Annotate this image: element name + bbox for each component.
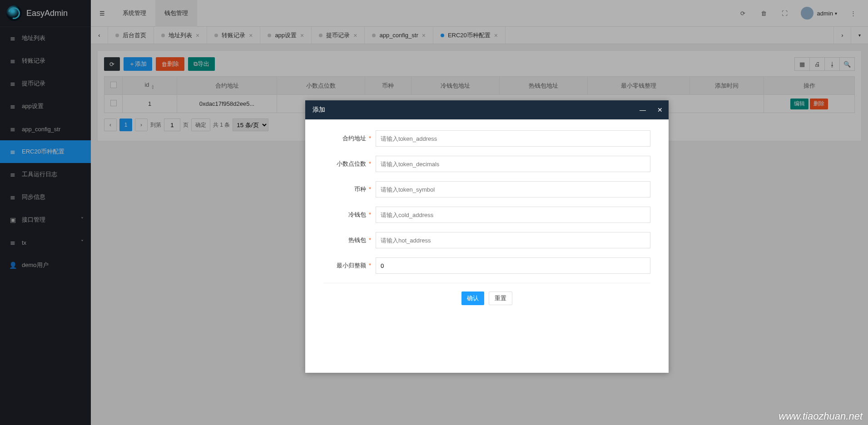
modal-header: 添加 — ✕ [305, 100, 669, 119]
minimize-icon[interactable]: — [634, 100, 651, 119]
field-label: 热钱包 * [305, 236, 376, 244]
field-label: 冷钱包 * [305, 211, 376, 219]
field-input-0[interactable] [376, 130, 650, 147]
field-label: 小数点位数 * [305, 160, 376, 168]
form-row-3: 冷钱包 * [305, 207, 650, 223]
form-row-2: 币种 * [305, 181, 650, 198]
form-row-0: 合约地址 * [305, 130, 650, 147]
watermark: www.tiaozhuan.net [779, 410, 863, 422]
form-row-5: 最小归整额 * [305, 257, 650, 274]
add-modal: 添加 — ✕ 合约地址 *小数点位数 *币种 *冷钱包 *热钱包 *最小归整额 … [305, 100, 669, 373]
field-label: 合约地址 * [305, 134, 376, 143]
modal-reset-button[interactable]: 重置 [489, 292, 512, 305]
modal-confirm-button[interactable]: 确认 [461, 292, 484, 305]
form-row-1: 小数点位数 * [305, 156, 650, 172]
field-label: 币种 * [305, 185, 376, 193]
field-input-2[interactable] [376, 181, 650, 198]
field-input-3[interactable] [376, 207, 650, 223]
field-input-5[interactable] [376, 257, 650, 274]
field-input-4[interactable] [376, 232, 650, 248]
modal-title: 添加 [312, 106, 634, 114]
field-label: 最小归整额 * [305, 262, 376, 270]
form-row-4: 热钱包 * [305, 232, 650, 248]
close-icon[interactable]: ✕ [651, 100, 669, 119]
field-input-1[interactable] [376, 156, 650, 172]
